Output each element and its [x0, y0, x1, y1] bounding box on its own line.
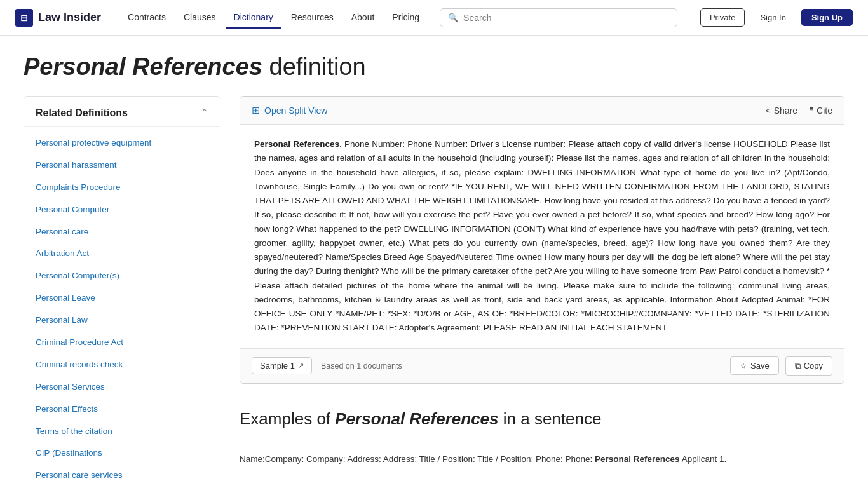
- external-link-icon: ↗: [298, 362, 304, 370]
- footer-right: ☆ Save ⧉ Copy: [730, 356, 832, 376]
- star-icon: ☆: [740, 361, 747, 370]
- examples-title-suffix: in a sentence: [499, 409, 602, 428]
- toolbar-actions: < Share ” Cite: [766, 105, 832, 116]
- sidebar-link-11[interactable]: Personal Services: [24, 376, 220, 398]
- list-item: CIP (Destinations: [24, 442, 220, 464]
- list-item: Personal harassment: [24, 154, 220, 177]
- copy-icon: ⧉: [795, 361, 801, 371]
- sidebar-title: Related Definitions: [36, 107, 128, 119]
- sidebar-link-4[interactable]: Personal care: [24, 221, 220, 243]
- sidebar-link-2[interactable]: Complaints Procedure: [24, 177, 220, 199]
- split-view-label: Open Split View: [264, 105, 327, 116]
- sidebar-items: Personal protective equipment Personal h…: [24, 132, 220, 487]
- list-item: Personal Effects: [24, 398, 220, 421]
- examples-title-italic: Personal References: [335, 409, 498, 428]
- nav-clauses[interactable]: Clauses: [176, 7, 224, 29]
- copy-button[interactable]: ⧉ Copy: [785, 356, 832, 376]
- nav-about[interactable]: About: [344, 7, 383, 29]
- nav-auth: Private Sign In Sign Up: [700, 8, 853, 27]
- example-bold-term: Personal References: [595, 454, 680, 464]
- search-input[interactable]: [463, 13, 669, 23]
- cite-icon: ”: [809, 105, 813, 116]
- card-footer: Sample 1 ↗ Based on 1 documents ☆ Save ⧉…: [240, 348, 844, 383]
- definition-term: Personal References: [254, 139, 339, 149]
- based-on-text: Based on 1 documents: [321, 362, 402, 370]
- sample-button[interactable]: Sample 1 ↗: [252, 357, 312, 374]
- nav-dictionary[interactable]: Dictionary: [226, 7, 281, 29]
- card-body: Personal References. Phone Number: Phone…: [240, 125, 844, 348]
- save-button[interactable]: ☆ Save: [730, 356, 779, 375]
- share-icon: <: [766, 105, 771, 116]
- search-icon: 🔍: [448, 13, 458, 22]
- copy-label: Copy: [804, 361, 823, 370]
- sidebar-link-13[interactable]: Terms of the citation: [24, 421, 220, 443]
- list-item: Criminal Procedure Act: [24, 332, 220, 354]
- examples-title: Examples of Personal References in a sen…: [240, 409, 844, 429]
- list-item: Personal care: [24, 221, 220, 243]
- split-view-icon: ⊞: [252, 104, 260, 116]
- example-text: Name:Company: Company: Address: Address:…: [240, 442, 844, 477]
- sidebar-link-5[interactable]: Arbitration Act: [24, 243, 220, 265]
- sidebar-link-0[interactable]: Personal protective equipment: [24, 132, 220, 154]
- sample-label: Sample 1: [260, 361, 295, 370]
- example-suffix: Applicant 1.: [680, 454, 727, 464]
- brand-icon: ⊟: [15, 9, 33, 27]
- sidebar: Related Definitions ⌃ Personal protectiv…: [24, 96, 220, 488]
- list-item: Criminal records check: [24, 354, 220, 376]
- definition-text: . Phone Number: Phone Number: Driver's L…: [254, 139, 830, 332]
- main-container: Personal References definition Related D…: [8, 53, 860, 488]
- sidebar-link-10[interactable]: Criminal records check: [24, 354, 220, 376]
- list-item: Personal care services: [24, 464, 220, 487]
- sidebar-link-7[interactable]: Personal Leave: [24, 287, 220, 309]
- search-box: 🔍: [440, 8, 677, 27]
- signin-button[interactable]: Sign In: [751, 9, 794, 26]
- list-item: Personal Law: [24, 309, 220, 332]
- open-split-view-button[interactable]: ⊞ Open Split View: [252, 104, 327, 116]
- page-title: Personal References definition: [24, 53, 844, 81]
- footer-left: Sample 1 ↗ Based on 1 documents: [252, 357, 402, 374]
- examples-title-prefix: Examples of: [240, 409, 335, 428]
- examples-section: Examples of Personal References in a sen…: [240, 409, 844, 477]
- sidebar-toggle[interactable]: ⌃: [200, 107, 208, 119]
- list-item: Arbitration Act: [24, 243, 220, 265]
- nav-resources[interactable]: Resources: [283, 7, 341, 29]
- sidebar-header: Related Definitions ⌃: [24, 107, 220, 127]
- nav-links: Contracts Clauses Dictionary Resources A…: [120, 7, 427, 29]
- sidebar-link-9[interactable]: Criminal Procedure Act: [24, 332, 220, 354]
- signup-button[interactable]: Sign Up: [801, 9, 853, 26]
- card-toolbar: ⊞ Open Split View < Share ” Cite: [240, 97, 844, 125]
- sidebar-link-1[interactable]: Personal harassment: [24, 154, 220, 177]
- navbar: ⊟ Law Insider Contracts Clauses Dictiona…: [0, 0, 868, 36]
- list-item: Complaints Procedure: [24, 177, 220, 199]
- sidebar-link-12[interactable]: Personal Effects: [24, 398, 220, 421]
- sidebar-link-15[interactable]: Personal care services: [24, 464, 220, 487]
- cite-button[interactable]: ” Cite: [809, 105, 832, 116]
- list-item: Personal protective equipment: [24, 132, 220, 154]
- sidebar-link-8[interactable]: Personal Law: [24, 309, 220, 332]
- example-text-content: Name:Company: Company: Address: Address:…: [240, 454, 595, 464]
- list-item: Personal Computer(s): [24, 265, 220, 287]
- list-item: Personal Leave: [24, 287, 220, 309]
- definition-area: ⊞ Open Split View < Share ” Cite: [240, 96, 844, 477]
- nav-contracts[interactable]: Contracts: [120, 7, 173, 29]
- private-button[interactable]: Private: [700, 8, 745, 27]
- cite-label: Cite: [817, 105, 832, 116]
- nav-pricing[interactable]: Pricing: [384, 7, 427, 29]
- save-label: Save: [750, 361, 770, 370]
- page-title-italic: Personal References: [24, 53, 262, 80]
- definition-card: ⊞ Open Split View < Share ” Cite: [240, 96, 844, 384]
- share-button[interactable]: < Share: [766, 105, 798, 116]
- sidebar-link-14[interactable]: CIP (Destinations: [24, 442, 220, 464]
- list-item: Personal Computer: [24, 199, 220, 221]
- list-item: Terms of the citation: [24, 421, 220, 443]
- share-label: Share: [774, 105, 797, 116]
- brand-logo[interactable]: ⊟ Law Insider: [15, 9, 101, 27]
- list-item: Personal Services: [24, 376, 220, 398]
- sidebar-link-6[interactable]: Personal Computer(s): [24, 265, 220, 287]
- page-title-rest: definition: [262, 53, 366, 80]
- sidebar-link-3[interactable]: Personal Computer: [24, 199, 220, 221]
- brand-name: Law Insider: [38, 11, 101, 24]
- content-layout: Related Definitions ⌃ Personal protectiv…: [24, 96, 844, 488]
